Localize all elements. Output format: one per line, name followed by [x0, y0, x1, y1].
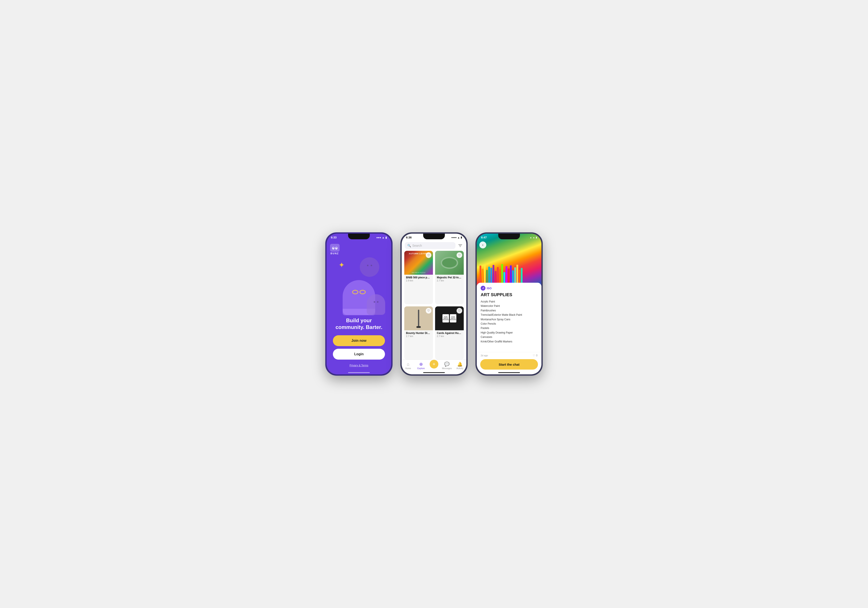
card-box-inner-2: Cards Against Humanity [450, 316, 456, 321]
marker-8 [495, 271, 496, 284]
filter-icon[interactable] [457, 243, 463, 249]
item-title-petbed: Majestic Pet 32-Inch... [437, 276, 462, 279]
marker-11 [501, 264, 503, 284]
item-title-cards: Cards Against Humani... [437, 331, 462, 334]
signal-icon: ●●● [376, 236, 381, 239]
item-info-vacuum: Bounty Hunter Discov... 2.7 km [404, 330, 433, 339]
explore-icon: ⊕ [419, 362, 423, 367]
item-heart-vacuum[interactable]: ♡ [426, 308, 431, 314]
bunz-icon-svg [332, 246, 338, 250]
home-indicator-3 [498, 372, 520, 373]
marker-18 [516, 265, 518, 284]
battery-icon: ▮ [385, 236, 387, 239]
marker-10 [499, 269, 501, 284]
supply-item-8: Canvases [480, 335, 538, 339]
ghost-back-eye-right [370, 265, 372, 266]
bunz-logo-icon [330, 244, 339, 252]
item-title-vacuum: Bounty Hunter Discov... [406, 331, 431, 334]
back-button[interactable]: ‹ [479, 241, 486, 249]
item-card-cards[interactable]: Cards Against Humanity Cards Against Hum… [435, 306, 464, 360]
time-1: 6:33 [331, 236, 336, 239]
supply-item-0: Acrylic Paint [480, 299, 538, 304]
marker-17 [514, 267, 516, 284]
glass-right [360, 290, 366, 294]
ghost-glasses [352, 290, 366, 294]
marker-14 [508, 268, 510, 284]
ghost-small [367, 294, 385, 315]
item-heart-petbed[interactable]: ♡ [457, 252, 462, 258]
sparkle-icon: ✦ [338, 261, 345, 269]
notch-3 [498, 234, 520, 239]
vacuum-stick [418, 309, 419, 327]
time-2: 6:36 [406, 236, 412, 239]
status-icons-3: ▲ ▲ ▮ [530, 236, 537, 239]
phone-1: 6:33 ●●● ▲ ▮ BUNZ [325, 232, 392, 376]
search-bar: 🔍 Search [405, 242, 463, 249]
battery-icon-3: ▮ [536, 236, 537, 239]
login-button[interactable]: Login [333, 349, 385, 359]
ghost-small-eye-right [377, 301, 378, 303]
search-input-wrap[interactable]: 🔍 Search [405, 242, 456, 249]
item-card-puzzle[interactable]: AUTUMN LEAVES 500 PIECE PUZZLE ♡ BNIB 50… [404, 251, 433, 304]
notch-2 [423, 234, 445, 239]
puzzle-sub: 500 PIECE PUZZLE [404, 272, 433, 274]
wifi-icon: ▲ [382, 236, 384, 239]
start-chat-button[interactable]: Start the chat [480, 359, 538, 370]
like-count: ♡ 0 [533, 354, 538, 357]
nav-messages-label: Messages [442, 367, 452, 370]
activity-icon: 🔔 [457, 362, 463, 367]
supply-item-9: Krink/Other Graffiti Markers [480, 339, 538, 344]
signal-icon-2: ●●●● [451, 236, 457, 239]
supply-item-7: High Quality Drawing Paper [480, 331, 538, 335]
items-grid: AUTUMN LEAVES 500 PIECE PUZZLE ♡ BNIB 50… [401, 251, 467, 359]
supply-item-1: Watercolor Paint [480, 304, 538, 308]
nav-explore[interactable]: ⊕ Explore [415, 362, 426, 370]
supply-item-4: Montana/Ace Spray Cans [480, 317, 538, 322]
signal-icon-3: ▲ [530, 236, 532, 239]
privacy-terms-link[interactable]: Privacy & Terms [350, 364, 368, 367]
card-box-2: Cards Against Humanity [450, 314, 456, 322]
item-card-petbed[interactable]: ♡ Majestic Pet 32-Inch... 2.7 km [435, 251, 464, 304]
nav-messages[interactable]: 💬 Messages [442, 362, 453, 370]
home-indicator-2 [423, 372, 445, 373]
photo-header: 6:47 ▲ ▲ ▮ ‹ [477, 234, 541, 286]
add-plus-button[interactable]: + [430, 360, 438, 369]
home-indicator-1 [348, 372, 370, 373]
bunz-logo: BUNZ [330, 244, 339, 255]
card-box-inner-1: Cards Against Humanity [442, 316, 449, 321]
nav-activity-label: Activity [456, 367, 463, 370]
svg-point-2 [333, 247, 334, 248]
nav-home[interactable]: ⌂ Home [403, 362, 414, 370]
join-now-button[interactable]: Join now [333, 335, 385, 346]
detail-content: ISO ART SUPPLIES Acrylic Paint Watercolo… [477, 283, 541, 351]
item-heart-cards[interactable]: ♡ [457, 308, 462, 314]
marker-2 [482, 269, 484, 284]
item-info-petbed: Majestic Pet 32-Inch... 2.7 km [435, 275, 464, 283]
detail-card: ISO ART SUPPLIES Acrylic Paint Watercolo… [477, 283, 541, 372]
supply-item-2: Paintbrushes [480, 308, 538, 313]
time-ago: 2d ago [480, 354, 488, 357]
markers-row [479, 235, 540, 284]
marker-9 [497, 267, 499, 284]
nav-add[interactable]: + [429, 363, 439, 369]
iso-badge: ISO [480, 286, 538, 291]
detail-footer: 2d ago ♡ 0 [477, 352, 541, 357]
phones-container: 6:33 ●●● ▲ ▮ BUNZ [325, 232, 543, 376]
likes-number: 0 [536, 354, 538, 357]
supply-item-6: Pastels [480, 326, 538, 330]
phone1-tagline: Build your community. Barter. [327, 317, 391, 331]
card-box-1: Cards Against Humanity [442, 314, 449, 322]
marker-13 [505, 266, 507, 284]
ghost-back [360, 257, 379, 277]
supply-item-5: Color Pencils [480, 322, 538, 326]
iso-text: ISO [487, 287, 491, 290]
battery-icon-2: ▮ [461, 236, 462, 239]
petbed-shape [441, 257, 458, 269]
item-heart-puzzle[interactable]: ♡ [426, 252, 431, 258]
item-info-puzzle: BNIB 500 piece puzzle 2.9 km [404, 275, 433, 283]
nav-activity[interactable]: 🔔 Activity [454, 362, 465, 370]
item-card-vacuum[interactable]: ♡ Bounty Hunter Discov... 2.7 km [404, 306, 433, 360]
search-icon: 🔍 [407, 244, 411, 247]
svg-point-3 [336, 247, 337, 248]
item-title-puzzle: BNIB 500 piece puzzle [406, 276, 431, 279]
